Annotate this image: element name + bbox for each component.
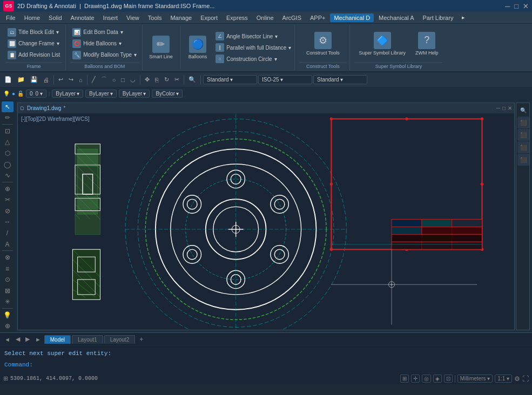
change-frame-button[interactable]: ⬜ Change Frame ▾ — [5, 38, 62, 49]
linetype-dropdown2[interactable]: ByLayer ▾ — [119, 90, 150, 98]
redo-button[interactable]: ↪ — [66, 75, 76, 84]
scroll-left2-button[interactable]: ◀ — [14, 336, 22, 343]
polyline-button[interactable]: ⌒ — [99, 74, 109, 85]
add-revision-list-button[interactable]: 📋 Add Revision List — [5, 50, 62, 60]
polar-button[interactable]: ◎ — [422, 374, 431, 383]
units-dropdown[interactable]: Millimeters ▾ — [457, 374, 493, 383]
menu-home[interactable]: Home — [21, 13, 44, 22]
menu-mechanical-d[interactable]: Mechanical D — [330, 13, 374, 22]
drawing-area[interactable]: 🗋 Drawing1.dwg * ─ □ ✕ [-][Top][2D Wiref… — [15, 100, 532, 332]
scroll-right2-button[interactable]: ► — [33, 336, 43, 343]
grid-button[interactable]: ⊞ — [400, 374, 409, 383]
layer-light-icon[interactable]: 💡 — [3, 91, 10, 97]
menu-manage[interactable]: Manage — [166, 13, 196, 22]
box-tool[interactable]: ⊠ — [2, 285, 14, 296]
construction-circle-button[interactable]: ○ Construction Circle ▾ — [213, 53, 293, 64]
view-cube-3[interactable]: ⬛ — [517, 141, 529, 153]
construct-tools-button[interactable]: ⚙ Construct Tools — [302, 30, 344, 58]
crosshair-tool[interactable]: ⊕ — [2, 183, 14, 194]
arc-button[interactable]: ◡ — [128, 75, 138, 84]
draw-tool[interactable]: ✏ — [2, 113, 14, 124]
save-button[interactable]: 💾 — [28, 75, 40, 84]
drawing-minimize[interactable]: ─ — [496, 105, 500, 111]
view-cube-1[interactable]: ⬛ — [517, 117, 529, 128]
rect-button[interactable]: □ — [119, 76, 127, 84]
drawing-restore[interactable]: □ — [502, 105, 506, 111]
drawing-close[interactable]: ✕ — [508, 105, 512, 111]
line-tool[interactable]: / — [2, 228, 14, 239]
text-tool[interactable]: A — [2, 239, 14, 250]
lineweight-dropdown2[interactable]: ByLayer ▾ — [85, 90, 117, 98]
menu-view[interactable]: View — [123, 13, 143, 22]
trim-button[interactable]: ✂ — [172, 75, 181, 84]
zoom-in-button[interactable]: 🔍 — [517, 104, 529, 116]
menu-express[interactable]: Express — [223, 13, 252, 22]
modify-balloon-type-button[interactable]: 🔧 Modify Balloon Type ▾ — [70, 50, 139, 60]
zoom-button[interactable]: 🔍 — [186, 75, 198, 84]
minimize-button[interactable]: ─ — [505, 2, 510, 10]
menu-app[interactable]: APP+ — [306, 13, 329, 22]
triangle-tool[interactable]: △ — [2, 137, 14, 148]
menu-solid[interactable]: Solid — [45, 13, 65, 22]
menu-file[interactable]: File — [2, 13, 19, 22]
home-view-button[interactable]: ⌂ — [77, 76, 85, 84]
menu-more[interactable]: ▸ — [458, 13, 469, 22]
close-button[interactable]: ✕ — [523, 2, 529, 10]
snap-tool[interactable]: ⊡ — [2, 126, 14, 137]
otrack-button[interactable]: ⊡ — [444, 374, 453, 383]
menu-tools[interactable]: Tools — [144, 13, 166, 22]
menu-tool[interactable]: ≡ — [2, 263, 14, 274]
print-button[interactable]: 🖨 — [41, 76, 51, 84]
color-dropdown[interactable]: ByColor ▾ — [152, 90, 183, 98]
style-dropdown[interactable]: Standard ▾ — [203, 75, 257, 84]
new-button[interactable]: 📄 — [2, 75, 14, 84]
command-input[interactable] — [35, 362, 528, 368]
balloons-button[interactable]: 🔵 Balloons — [184, 33, 212, 62]
scale-dropdown[interactable]: 1:1 ▾ — [495, 374, 512, 383]
drawing-canvas[interactable] — [18, 114, 514, 330]
scroll-right-button[interactable]: ▶ — [23, 336, 32, 343]
circle-button[interactable]: ○ — [110, 76, 118, 84]
lineweight-dropdown[interactable]: ISO-25 ▾ — [258, 75, 312, 84]
linetype-dropdown[interactable]: ByLayer ▾ — [52, 90, 83, 98]
light-tool[interactable]: 💡 — [2, 310, 14, 321]
title-block-edit-button[interactable]: 🗂 Title Block Edit ▾ — [5, 27, 62, 38]
dot-tool[interactable]: ⊙ — [2, 274, 14, 285]
menu-part-library[interactable]: Part Library — [419, 13, 457, 22]
fullscreen-button[interactable]: ⛶ — [522, 375, 529, 383]
no-tool[interactable]: ⊘ — [2, 206, 14, 216]
hex-tool[interactable]: ⬡ — [2, 148, 14, 159]
hide-balloons-button[interactable]: ⭕ Hide Balloons ▾ — [70, 38, 139, 49]
copy-button[interactable]: ⎘ — [153, 76, 161, 84]
rotate-button[interactable]: ↻ — [162, 75, 171, 84]
view-cube-2[interactable]: ⬛ — [517, 129, 529, 141]
zwm-help-button[interactable]: ? ZWM Help — [411, 30, 443, 58]
menu-export[interactable]: Export — [197, 13, 221, 22]
layout2-tab[interactable]: Layout2 — [104, 335, 136, 344]
layer-dropdown[interactable]: 0 0 ▾ — [26, 90, 46, 98]
menu-arcgis[interactable]: ArcGIS — [279, 13, 305, 22]
line-button[interactable]: ╱ — [90, 75, 98, 84]
angle-bisector-button[interactable]: ∠ Angle Bisector Line ▾ — [213, 31, 293, 42]
layout1-tab[interactable]: Layout1 — [72, 335, 103, 344]
arrow-tool[interactable]: ↔ — [2, 217, 14, 228]
smart-line-button[interactable]: ✏ Smart Line — [145, 33, 177, 62]
ortho-button[interactable]: ⊞ — [3, 375, 8, 382]
parallel-distance-button[interactable]: ∥ Parallel with full Distance ▾ — [213, 42, 293, 53]
view-cube-4[interactable]: ⬛ — [517, 154, 529, 166]
star-tool[interactable]: ✳ — [2, 297, 14, 308]
move-button[interactable]: ✥ — [143, 75, 152, 84]
circle-tool[interactable]: ◯ — [2, 159, 14, 170]
settings-button[interactable]: ⚙ — [514, 375, 520, 383]
maximize-button[interactable]: □ — [514, 2, 518, 10]
model-tab[interactable]: Model — [44, 335, 71, 344]
add-layout-button[interactable]: + — [136, 335, 146, 344]
menu-insert[interactable]: Insert — [99, 13, 122, 22]
standard-dropdown[interactable]: Standard ▾ — [313, 75, 367, 84]
menu-annotate[interactable]: Annotate — [67, 13, 98, 22]
snap-button[interactable]: ✛ — [411, 374, 420, 383]
scroll-left-button[interactable]: ◄ — [2, 336, 12, 343]
menu-online[interactable]: Online — [253, 13, 278, 22]
open-button[interactable]: 📁 — [15, 75, 27, 84]
edit-bom-data-button[interactable]: 📊 Edit Bom Data ▾ — [70, 27, 139, 38]
